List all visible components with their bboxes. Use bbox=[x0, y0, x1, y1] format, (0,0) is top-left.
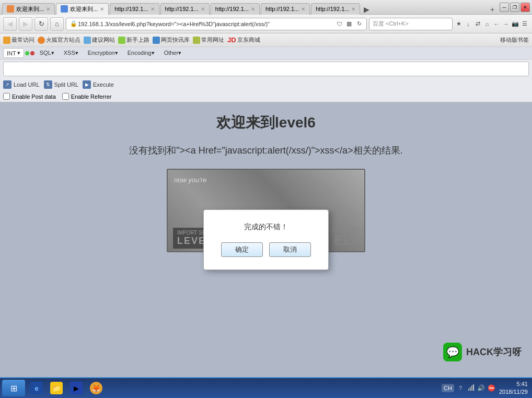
forward-button[interactable]: ▶ bbox=[19, 17, 32, 31]
bookmark-firefox[interactable]: 火狐官方站点 bbox=[38, 36, 80, 44]
bookmark-quickweb[interactable]: 网页快讯库 bbox=[153, 36, 190, 44]
dialog-buttons: 确定 取消 bbox=[221, 242, 311, 257]
alert-dialog: 完成的不错！ 确定 取消 bbox=[203, 209, 329, 270]
close-button[interactable]: ✕ bbox=[521, 3, 530, 12]
new-tab-button[interactable]: ▶ bbox=[361, 4, 372, 15]
home-nav-icon[interactable]: ⌂ bbox=[483, 20, 491, 28]
windows-logo: ⊞ bbox=[10, 383, 17, 393]
tab-2[interactable]: http://192.1... ✕ bbox=[110, 3, 159, 15]
tab-close-0[interactable]: ✕ bbox=[46, 6, 50, 12]
restore-button[interactable]: ❐ bbox=[510, 3, 519, 12]
hackbar-actions: ↗ Load URL ⇅ Split URL ▶ Execute bbox=[0, 78, 532, 91]
load-url-action[interactable]: ↗ Load URL bbox=[3, 80, 40, 89]
tray-icon-1: ? bbox=[456, 384, 465, 392]
bookmark-star-icon[interactable]: ★ bbox=[455, 20, 463, 28]
taskbar-ie[interactable]: e bbox=[27, 380, 46, 396]
address-bar[interactable]: 🔒 192.168.1.3/xss/level6.php?keyword="><… bbox=[66, 18, 367, 30]
bookmark-jd[interactable]: JD 京东商城 bbox=[227, 36, 260, 44]
tray-icon-2 bbox=[467, 384, 475, 392]
taskbar-app3[interactable]: ▶ bbox=[67, 380, 86, 396]
tab-label-4: http://192.1... bbox=[215, 6, 249, 12]
bookmarks-bar: 最常访问 火狐官方站点 建议网站 新手上路 网页快讯库 常用网址 JD 京东商城… bbox=[0, 33, 532, 47]
tab-close-5[interactable]: ✕ bbox=[301, 6, 305, 12]
enable-post-checkbox[interactable]: Enable Post data bbox=[3, 93, 56, 100]
enable-referrer-checkbox[interactable]: Enable Referrer bbox=[62, 93, 112, 100]
sync-icon[interactable]: ⇄ bbox=[473, 20, 482, 28]
ie-icon: e bbox=[30, 382, 43, 394]
taskbar: ⊞ e 📁 ▶ 🦊 bbox=[0, 377, 532, 398]
split-url-icon: ⇅ bbox=[44, 80, 52, 89]
next-nav-icon[interactable]: → bbox=[502, 20, 510, 28]
app4-icon: 🦊 bbox=[90, 382, 102, 394]
prev-nav-icon[interactable]: ← bbox=[492, 20, 501, 28]
svg-rect-1 bbox=[470, 387, 471, 391]
status-dot-green bbox=[25, 51, 29, 55]
menu-icon[interactable]: ☰ bbox=[521, 20, 529, 28]
bookmark-suggest[interactable]: 建议网站 bbox=[84, 36, 115, 44]
encoding-menu[interactable]: Encoding▾ bbox=[123, 49, 159, 57]
newbie-label: 新手上路 bbox=[126, 36, 149, 44]
dialog-cancel-button[interactable]: 取消 bbox=[269, 242, 311, 257]
split-url-action[interactable]: ⇅ Split URL bbox=[44, 80, 78, 89]
taskbar-app4[interactable]: 🦊 bbox=[87, 380, 106, 396]
language-indicator[interactable]: CH bbox=[442, 384, 454, 392]
tab-label-6: http://192.1... bbox=[316, 6, 349, 12]
hackbar-bottom: Enable Post data Enable Referrer bbox=[0, 91, 532, 102]
minimize-button[interactable]: ─ bbox=[500, 3, 509, 12]
suggest-label: 建议网站 bbox=[92, 36, 115, 44]
execute-action[interactable]: ▶ Execute bbox=[83, 80, 114, 89]
system-tray: CH ? 🔊 ⛔ bbox=[442, 384, 496, 392]
bookmark-mobile[interactable]: 移动版书签 bbox=[500, 36, 529, 44]
tab-1[interactable]: 欢迎来到... ✕ bbox=[56, 3, 109, 15]
search-bar[interactable]: 百度 <Ctrl+K> bbox=[369, 18, 453, 30]
split-url-label: Split URL bbox=[54, 81, 78, 88]
bookmark-common[interactable]: 常用网址 bbox=[193, 36, 224, 44]
tab-6[interactable]: http://192.1... ✕ bbox=[311, 3, 360, 15]
bookmark-newbie[interactable]: 新手上路 bbox=[118, 36, 149, 44]
mobile-label: 移动版书签 bbox=[500, 36, 529, 44]
dialog-message: 完成的不错！ bbox=[244, 223, 288, 232]
tab-close-3[interactable]: ✕ bbox=[201, 6, 205, 12]
sql-menu[interactable]: SQL▾ bbox=[36, 49, 59, 57]
xss-menu[interactable]: XSS▾ bbox=[60, 49, 83, 57]
alert-icon: ⛔ bbox=[488, 384, 496, 392]
bookmark-zuichang[interactable]: 最常访问 bbox=[3, 36, 34, 44]
browser-window: 欢迎来到... ✕ 欢迎来到... ✕ http://192.1... ✕ ht… bbox=[0, 0, 532, 398]
tab-close-2[interactable]: ✕ bbox=[151, 6, 155, 12]
common-label: 常用网址 bbox=[201, 36, 224, 44]
tab-close-1[interactable]: ✕ bbox=[100, 6, 104, 12]
volume-icon[interactable]: 🔊 bbox=[477, 384, 485, 392]
tab-favicon-0 bbox=[7, 5, 14, 13]
home-button[interactable]: ⌂ bbox=[50, 17, 64, 31]
suggest-icon bbox=[84, 37, 91, 44]
referrer-checkbox-input[interactable] bbox=[62, 93, 69, 100]
tab-0[interactable]: 欢迎来到... ✕ bbox=[2, 3, 55, 15]
tab-close-4[interactable]: ✕ bbox=[251, 6, 255, 12]
dialog-ok-button[interactable]: 确定 bbox=[221, 242, 263, 257]
hackbar: INT ▾ SQL▾ XSS▾ Encryption▾ Encoding▾ Ot… bbox=[0, 47, 532, 102]
address-icons: 🛡 ▦ ↻ bbox=[335, 20, 363, 28]
add-tab-button[interactable]: + bbox=[487, 4, 498, 15]
int-dropdown[interactable]: INT ▾ bbox=[3, 48, 24, 58]
navigation-bar: ◀ ▶ ↻ ⌂ 🔒 192.168.1.3/xss/level6.php?key… bbox=[0, 15, 532, 33]
reload-button[interactable]: ↻ bbox=[34, 17, 48, 31]
download-icon[interactable]: ↓ bbox=[464, 20, 472, 28]
explorer-icon: 📁 bbox=[50, 382, 63, 394]
taskbar-explorer[interactable]: 📁 bbox=[47, 380, 66, 396]
tab-5[interactable]: http://192.1... ✕ bbox=[261, 3, 310, 15]
other-menu[interactable]: Other▾ bbox=[160, 49, 186, 57]
camera-icon[interactable]: 📷 bbox=[511, 20, 519, 28]
post-checkbox-input[interactable] bbox=[3, 93, 10, 100]
tab-close-6[interactable]: ✕ bbox=[351, 6, 355, 12]
refresh-icon[interactable]: ↻ bbox=[355, 20, 363, 28]
back-button[interactable]: ◀ bbox=[3, 17, 17, 31]
app3-icon: ▶ bbox=[70, 382, 83, 394]
start-button[interactable]: ⊞ bbox=[2, 380, 25, 396]
hackbar-url-input[interactable] bbox=[3, 62, 529, 76]
tab-3[interactable]: http://192.1... ✕ bbox=[160, 3, 210, 15]
encryption-menu[interactable]: Encryption▾ bbox=[84, 49, 122, 57]
search-placeholder: 百度 <Ctrl+K> bbox=[373, 20, 409, 28]
int-label: INT bbox=[7, 50, 16, 56]
jd-logo: JD bbox=[227, 36, 236, 44]
tab-4[interactable]: http://192.1... ✕ bbox=[211, 3, 260, 15]
